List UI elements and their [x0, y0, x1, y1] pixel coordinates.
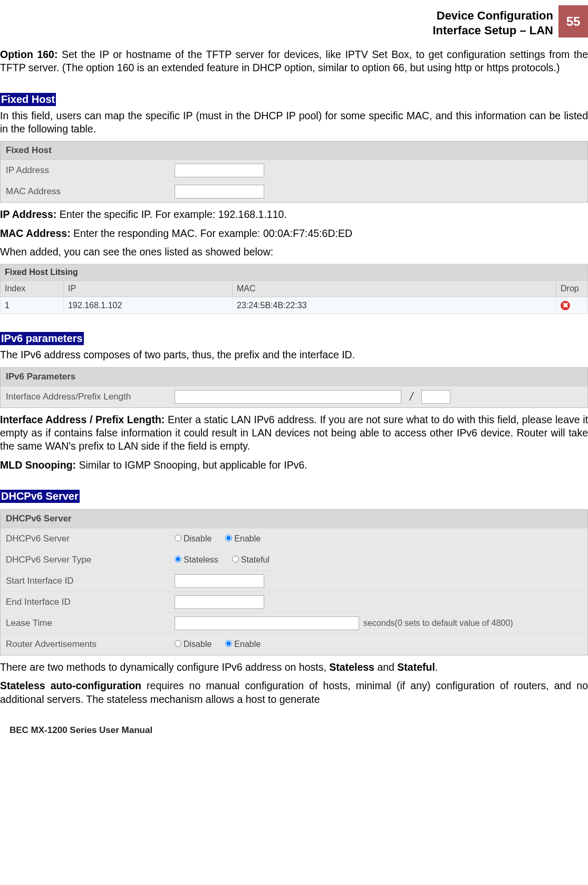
interface-address-desc: Interface Address / Prefix Length: Enter…	[0, 413, 588, 453]
dhcpv6-methods-desc: There are two methods to dynamically con…	[0, 661, 588, 674]
cell-mac: 23:24:5B:4B:22:33	[233, 297, 556, 314]
ra-disable-option[interactable]: Disable	[175, 640, 211, 649]
slash-separator: /	[406, 390, 417, 404]
footer-manual-title: BEC MX-1200 Series User Manual	[0, 725, 588, 736]
ra-disable-radio[interactable]	[175, 640, 181, 647]
dhcpv6-disable-radio[interactable]	[175, 535, 181, 541]
table-row: 1 192.168.1.102 23:24:5B:4B:22:33 ✖	[1, 297, 588, 314]
ip-address-label: IP Address	[6, 165, 175, 176]
mac-address-label: MAC Address	[6, 186, 175, 197]
end-interface-id-input[interactable]	[175, 595, 264, 609]
interface-address-input[interactable]	[175, 390, 401, 404]
dhcpv6-type-label: DHCPv6 Server Type	[6, 555, 175, 565]
ipv6-panel-title: IPv6 Parameters	[1, 368, 587, 386]
ra-enable-option[interactable]: Enable	[225, 640, 261, 649]
lease-time-suffix: seconds(0 sets to default value of 4800)	[363, 618, 513, 628]
page-number-badge: 55	[558, 5, 588, 37]
header-title-2: Interface Setup – LAN	[432, 23, 553, 38]
col-index: Index	[1, 281, 64, 297]
option-160-paragraph: Option 160: Set the IP or hostname of th…	[0, 48, 588, 75]
cell-drop: ✖	[556, 297, 588, 314]
col-ip: IP	[64, 281, 233, 297]
stateless-desc: Stateless auto-configuration requires no…	[0, 679, 588, 706]
fixed-host-added-note: When added, you can see the ones listed …	[0, 245, 588, 259]
ra-enable-radio[interactable]	[225, 640, 232, 647]
ipv6-parameters-panel: IPv6 Parameters Interface Address/Prefix…	[0, 367, 588, 408]
dhcpv6-stateful-option[interactable]: Stateful	[232, 555, 269, 565]
cell-ip: 192.168.1.102	[64, 297, 233, 314]
fixed-host-panel-title: Fixed Host	[1, 141, 587, 160]
dhcpv6-panel-title: DHCPv6 Server	[1, 510, 587, 528]
mac-address-input[interactable]	[175, 185, 264, 198]
fixed-host-listing-table: Fixed Host Litsing Index IP MAC Drop 1 1…	[0, 264, 588, 314]
dhcpv6-server-heading: DHCPv6 Server	[0, 490, 80, 503]
page-header: Device Configuration Interface Setup – L…	[0, 5, 588, 37]
ipv6-parameters-heading: IPv6 parameters	[0, 332, 84, 345]
fixed-host-intro: In this field, users can map the specifi…	[0, 109, 588, 136]
dhcpv6-enable-option[interactable]: Enable	[225, 534, 261, 544]
listing-title: Fixed Host Litsing	[1, 264, 588, 281]
lease-time-input[interactable]	[175, 616, 359, 630]
ip-address-desc: IP Address: Enter the specific IP. For e…	[0, 208, 588, 221]
fixed-host-heading: Fixed Host	[0, 93, 56, 106]
dhcpv6-stateful-radio[interactable]	[232, 556, 239, 563]
dhcpv6-stateless-radio[interactable]	[175, 556, 181, 563]
mld-snooping-desc: MLD Snooping: Similar to IGMP Snooping, …	[0, 459, 588, 472]
router-advertisements-label: Router Advertisements	[6, 639, 175, 650]
col-drop: Drop	[556, 281, 588, 297]
dhcpv6-server-label: DHCPv6 Server	[6, 534, 175, 544]
start-interface-id-input[interactable]	[175, 574, 264, 588]
header-title-1: Device Configuration	[432, 8, 553, 23]
interface-address-label: Interface Address/Prefix Length	[6, 392, 175, 402]
col-mac: MAC	[233, 281, 556, 297]
start-interface-id-label: Start Interface ID	[6, 576, 175, 586]
dhcpv6-server-panel: DHCPv6 Server DHCPv6 Server Disable Enab…	[0, 509, 588, 655]
lease-time-label: Lease Time	[6, 618, 175, 629]
end-interface-id-label: End Interface ID	[6, 597, 175, 607]
ipv6-intro: The IPv6 address composes of two parts, …	[0, 348, 588, 361]
dhcpv6-stateless-option[interactable]: Stateless	[175, 555, 218, 565]
mac-address-desc: MAC Address: Enter the responding MAC. F…	[0, 227, 588, 240]
prefix-length-input[interactable]	[421, 390, 450, 404]
delete-icon[interactable]: ✖	[561, 301, 570, 310]
dhcpv6-enable-radio[interactable]	[225, 535, 232, 541]
fixed-host-panel: Fixed Host IP Address MAC Address	[0, 141, 588, 203]
cell-index: 1	[1, 297, 64, 314]
ip-address-input[interactable]	[175, 164, 264, 177]
dhcpv6-disable-option[interactable]: Disable	[175, 534, 211, 544]
